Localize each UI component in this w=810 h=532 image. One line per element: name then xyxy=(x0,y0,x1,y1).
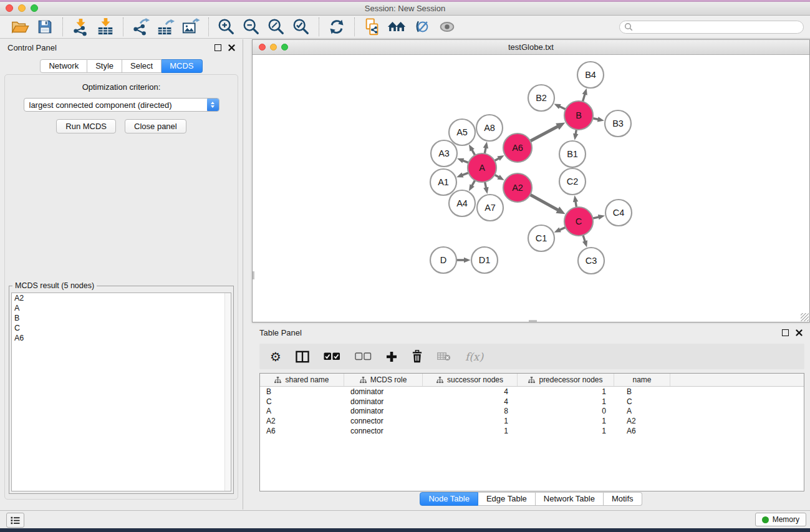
float-panel-icon[interactable] xyxy=(782,329,789,336)
hide-graphics-details-button[interactable] xyxy=(412,17,433,37)
network-from-selection-button[interactable] xyxy=(362,17,383,37)
result-item[interactable]: A6 xyxy=(12,333,231,343)
table-cell[interactable]: connector xyxy=(344,427,423,435)
table-cell[interactable]: 8 xyxy=(423,407,518,415)
zoom-fit-button[interactable] xyxy=(266,17,287,37)
table-row[interactable]: Bdominator41B xyxy=(260,387,804,397)
zoom-window-button[interactable] xyxy=(31,4,38,12)
export-network-icon xyxy=(132,17,150,36)
tab-network[interactable]: Network xyxy=(40,59,87,73)
tab-mcds[interactable]: MCDS xyxy=(162,59,202,73)
deselect-all-checkboxes-icon[interactable] xyxy=(355,352,372,360)
table-cell[interactable]: C xyxy=(260,397,344,406)
table-cell[interactable]: C xyxy=(614,397,670,406)
search-input[interactable] xyxy=(633,22,803,32)
export-network-button[interactable] xyxy=(130,17,152,37)
column-header-shared-name[interactable]: shared name xyxy=(260,374,344,386)
table-cell[interactable]: dominator xyxy=(344,407,423,415)
export-table-button[interactable] xyxy=(155,17,176,37)
settings-gear-icon[interactable]: ⚙ xyxy=(270,351,281,363)
column-header-predecessor-nodes[interactable]: predecessor nodes xyxy=(518,374,614,386)
table-cell[interactable]: connector xyxy=(344,417,423,425)
show-panels-button[interactable] xyxy=(6,513,24,528)
table-row[interactable]: Adominator80A xyxy=(260,407,804,417)
table-cell[interactable]: B xyxy=(260,387,344,396)
node-table[interactable]: shared nameMCDS rolesuccessor nodesprede… xyxy=(259,373,804,491)
minimize-window-button[interactable] xyxy=(18,4,26,12)
network-window-titlebar[interactable]: testGlobe.txt xyxy=(253,40,809,55)
memory-button[interactable]: Memory xyxy=(755,513,806,526)
table-cell[interactable]: A xyxy=(614,407,670,415)
mcds-result-list[interactable]: A2ABCA6 xyxy=(11,293,231,491)
result-scrollbar[interactable] xyxy=(224,293,231,491)
column-header-successor-nodes[interactable]: successor nodes xyxy=(423,374,518,386)
close-panel-icon[interactable] xyxy=(228,44,235,51)
zoom-out-button[interactable] xyxy=(241,17,262,37)
tab-edge-table[interactable]: Edge Table xyxy=(478,492,536,506)
select-all-checkboxes-icon[interactable] xyxy=(324,352,340,360)
table-cell[interactable]: 4 xyxy=(423,387,518,396)
table-cell[interactable]: 1 xyxy=(423,427,518,435)
table-cell[interactable]: 4 xyxy=(423,397,518,406)
table-cell[interactable]: 1 xyxy=(518,417,614,425)
open-session-button[interactable] xyxy=(9,17,31,37)
minimize-network-window-button[interactable] xyxy=(270,44,277,51)
float-panel-icon[interactable] xyxy=(215,44,221,51)
add-row-plus-icon[interactable] xyxy=(386,351,397,362)
tab-motifs[interactable]: Motifs xyxy=(604,492,642,506)
home-button[interactable] xyxy=(387,17,408,37)
table-row[interactable]: Cdominator41C xyxy=(260,397,804,407)
tab-network-table[interactable]: Network Table xyxy=(536,492,604,506)
table-cell[interactable]: A2 xyxy=(260,417,344,425)
zoom-in-button[interactable] xyxy=(216,17,237,37)
column-header-name[interactable]: name xyxy=(614,374,670,386)
network-graph[interactable]: AA1A2A3A4A5A6A7A8BB1B2B3B4CC1C2C3C4DD1 xyxy=(253,55,809,322)
result-item[interactable]: B xyxy=(12,313,231,323)
table-cell[interactable]: B xyxy=(614,387,670,396)
import-network-button[interactable] xyxy=(70,17,91,37)
table-cell[interactable]: A6 xyxy=(260,427,344,435)
close-window-button[interactable] xyxy=(6,4,13,12)
run-mcds-button[interactable]: Run MCDS xyxy=(56,119,116,133)
tab-style[interactable]: Style xyxy=(87,59,122,73)
table-cell[interactable]: A2 xyxy=(614,417,670,425)
close-network-window-button[interactable] xyxy=(259,44,266,51)
canvas-scroll-handle-left[interactable] xyxy=(253,271,254,279)
network-canvas[interactable]: AA1A2A3A4A5A6A7A8BB1B2B3B4CC1C2C3C4DD1 xyxy=(253,55,809,322)
refresh-button[interactable] xyxy=(326,17,347,37)
window-resize-grip[interactable] xyxy=(801,313,809,321)
column-header-mcds-role[interactable]: MCDS role xyxy=(344,374,423,386)
control-panel: Control Panel NetworkStyleSelectMCDS Opt… xyxy=(0,39,243,510)
tab-select[interactable]: Select xyxy=(122,59,162,73)
close-panel-button[interactable]: Close panel xyxy=(125,119,186,133)
save-session-button[interactable] xyxy=(34,17,55,37)
columns-icon[interactable] xyxy=(296,351,309,363)
table-cell[interactable]: 1 xyxy=(518,387,614,396)
table-cell[interactable]: dominator xyxy=(344,397,423,406)
delete-table-icon[interactable] xyxy=(437,352,451,361)
table-cell[interactable]: A xyxy=(260,407,344,415)
result-item[interactable]: C xyxy=(12,323,231,333)
import-table-button[interactable] xyxy=(95,17,116,37)
table-cell[interactable]: dominator xyxy=(344,387,423,396)
zoom-selected-button[interactable] xyxy=(291,17,312,37)
result-item[interactable]: A2 xyxy=(12,293,231,303)
criterion-select[interactable]: largest connected component (directed) xyxy=(24,98,219,112)
search-field[interactable] xyxy=(619,21,804,34)
table-cell[interactable]: 0 xyxy=(518,407,614,415)
table-row[interactable]: A6connector11A6 xyxy=(260,426,804,436)
zoom-network-window-button[interactable] xyxy=(281,44,288,51)
show-eye-button[interactable] xyxy=(436,17,458,37)
table-cell[interactable]: 1 xyxy=(518,427,614,435)
canvas-scroll-handle-bottom[interactable] xyxy=(529,320,537,322)
result-item[interactable]: A xyxy=(12,303,231,313)
delete-trash-icon[interactable] xyxy=(412,350,423,363)
tab-node-table[interactable]: Node Table xyxy=(420,492,478,506)
table-cell[interactable]: 1 xyxy=(423,417,518,425)
export-image-button[interactable] xyxy=(180,17,201,37)
table-row[interactable]: A2connector11A2 xyxy=(260,416,804,426)
table-cell[interactable]: A6 xyxy=(614,427,670,435)
table-cell[interactable]: 1 xyxy=(518,397,614,406)
close-panel-icon[interactable] xyxy=(796,329,803,336)
function-builder-icon[interactable]: f(x) xyxy=(465,351,483,363)
